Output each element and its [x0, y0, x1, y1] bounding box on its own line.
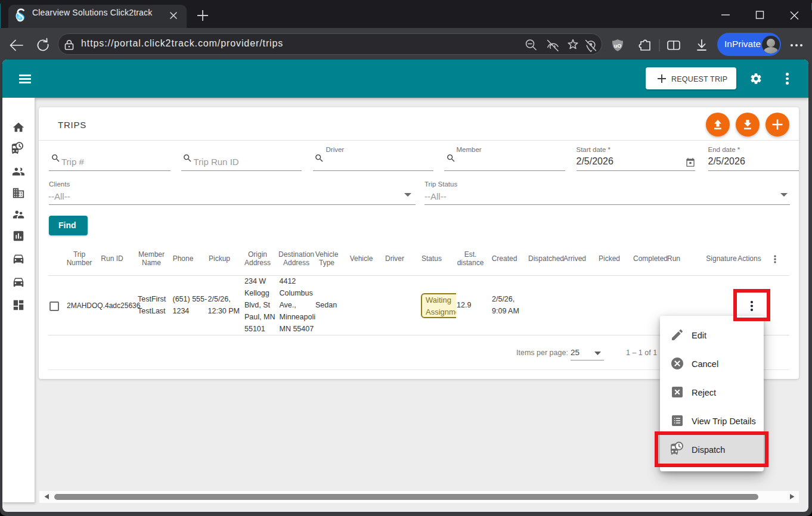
- svg-text:uO: uO: [614, 43, 622, 49]
